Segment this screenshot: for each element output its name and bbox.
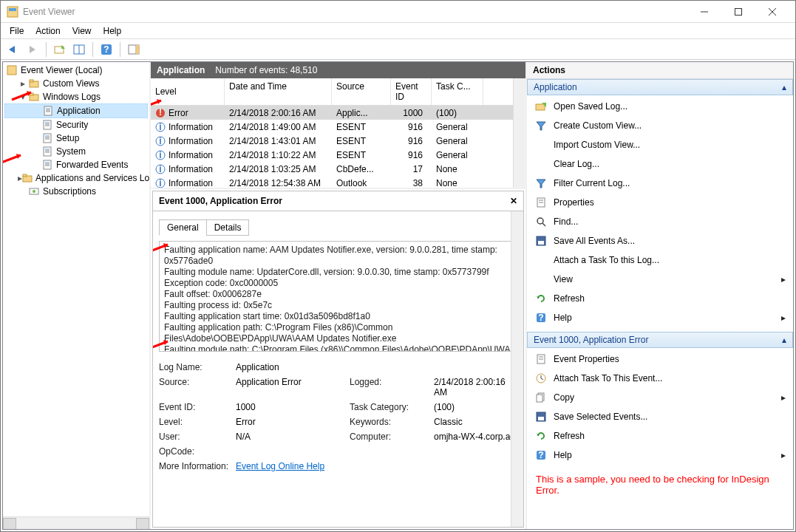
action-item[interactable]: Attach Task To This Event...	[530, 369, 790, 388]
tree-item[interactable]: Subscriptions	[4, 185, 148, 198]
action-item[interactable]: ?Help▸	[530, 446, 790, 465]
cell-eid: 38	[391, 178, 432, 188]
tree-item-label: Forwarded Events	[56, 160, 128, 170]
vertical-scrollbar[interactable]	[513, 78, 525, 188]
toolbar-help-button[interactable]: ?	[98, 41, 115, 58]
action-item[interactable]: Save All Events As...	[530, 231, 790, 250]
tree-item[interactable]: ▸Applications and Services Logs	[4, 171, 148, 185]
grid-row[interactable]: iInformation2/14/2018 12:54:38 AMOutlook…	[151, 176, 525, 189]
tab-general[interactable]: General	[159, 219, 207, 236]
tree-body[interactable]: Event Viewer (Local) ▸Custom Views▾Windo…	[3, 62, 149, 516]
tree-item[interactable]: Security	[4, 118, 148, 132]
kv-user-v: N/A	[236, 432, 347, 442]
collapse-icon[interactable]: ▴	[782, 82, 786, 92]
toolbar-props-button[interactable]	[52, 41, 68, 58]
action-item[interactable]: Clear Log...	[530, 154, 790, 174]
save-icon	[534, 234, 548, 248]
action-item[interactable]: Import Custom View...	[530, 135, 790, 154]
window: Event Viewer File Action View Help ?	[0, 0, 796, 532]
action-item[interactable]: Attach a Task To this Log...	[530, 250, 790, 270]
action-item[interactable]: ?Help▸	[530, 308, 790, 327]
info-icon: i	[155, 164, 166, 174]
details-close-button[interactable]: ✕	[510, 196, 517, 206]
events-grid[interactable]: Level Date and Time Source Event ID Task…	[151, 78, 525, 189]
tree-root[interactable]: Event Viewer (Local)	[4, 64, 148, 77]
svg-point-45	[33, 190, 35, 193]
action-item[interactable]: Open Saved Log...	[530, 97, 790, 116]
tree-item-label: Applications and Services Logs	[35, 173, 149, 183]
kv-eid-k: Event ID:	[159, 402, 233, 412]
action-item[interactable]: Refresh	[530, 289, 790, 308]
close-button[interactable]	[755, 1, 789, 23]
back-button[interactable]	[5, 41, 21, 58]
action-label: Filter Current Log...	[554, 178, 630, 188]
action-item[interactable]: Create Custom View...	[530, 116, 790, 135]
action-item[interactable]: Filter Current Log...	[530, 174, 790, 193]
cell-level: Information	[169, 150, 213, 160]
submenu-arrow-icon: ▸	[781, 392, 786, 403]
action-item[interactable]: Copy▸	[530, 388, 790, 407]
cell-source: Outlook	[332, 178, 391, 188]
svg-rect-91	[538, 417, 544, 420]
action-item[interactable]: Event Properties	[530, 349, 790, 369]
action-section-head[interactable]: Event 1000, Application Error▴	[527, 332, 793, 348]
grid-header[interactable]: Level Date and Time Source Event ID Task…	[151, 78, 525, 106]
svg-marker-7	[30, 46, 35, 53]
kv-eid-v: 1000	[236, 402, 347, 412]
vertical-scrollbar[interactable]	[511, 211, 523, 527]
event-log-online-help-link[interactable]: Event Log Online Help	[236, 461, 517, 471]
fault-line: Faulting application name: AAM Updates N…	[164, 245, 512, 267]
grid-row[interactable]: iInformation2/14/2018 1:43:01 AMESENT916…	[151, 134, 525, 148]
props-icon	[534, 352, 548, 366]
svg-text:?: ?	[103, 44, 109, 55]
col-eid[interactable]: Event ID	[391, 78, 432, 105]
col-source[interactable]: Source	[332, 78, 391, 105]
info-icon: i	[155, 122, 166, 132]
fault-text[interactable]: Faulting application name: AAM Updates N…	[159, 241, 517, 352]
menu-view[interactable]: View	[67, 24, 98, 38]
tree-item[interactable]: ▾Windows Logs	[4, 90, 148, 103]
action-item[interactable]: Properties	[530, 193, 790, 212]
action-item[interactable]: Find...	[530, 212, 790, 231]
horizontal-scrollbar[interactable]	[3, 516, 149, 529]
grid-row[interactable]: iInformation2/14/2018 1:10:22 AMESENT916…	[151, 148, 525, 162]
twisty-icon[interactable]: ▾	[18, 92, 28, 102]
grid-row[interactable]: iInformation2/14/2018 1:03:25 AMCbDefe..…	[151, 162, 525, 176]
twisty-icon[interactable]: ▸	[18, 78, 28, 89]
tab-details[interactable]: Details	[206, 219, 250, 236]
svg-rect-22	[44, 106, 52, 115]
tree-item[interactable]: Forwarded Events	[4, 158, 148, 171]
action-item[interactable]: Save Selected Events...	[530, 407, 790, 426]
toolbar-panel-button[interactable]	[126, 41, 142, 58]
collapse-icon[interactable]: ▴	[782, 335, 786, 345]
grid-row[interactable]: iInformation2/14/2018 1:49:00 AMESENT916…	[151, 120, 525, 134]
cell-date: 2/14/2018 1:10:22 AM	[225, 150, 332, 160]
action-section-head[interactable]: Application▴	[527, 79, 793, 95]
grid-body[interactable]: !Error2/14/2018 2:00:16 AMApplic...1000(…	[151, 106, 525, 189]
col-task[interactable]: Task C...	[432, 78, 483, 105]
svg-rect-89	[537, 395, 542, 402]
menu-help[interactable]: Help	[98, 24, 128, 38]
forward-button[interactable]	[24, 41, 41, 58]
submenu-arrow-icon: ▸	[781, 313, 786, 323]
menu-file[interactable]: File	[4, 24, 30, 38]
col-date[interactable]: Date and Time	[225, 78, 332, 105]
minimize-button[interactable]	[687, 1, 721, 23]
action-label: Copy	[554, 392, 574, 403]
sub-icon	[28, 185, 40, 197]
fault-line: Faulting application path: C:\Program Fi…	[164, 322, 512, 344]
toolbar-view-button[interactable]	[71, 41, 87, 58]
action-item[interactable]: Refresh	[530, 426, 790, 446]
maximize-button[interactable]	[721, 1, 755, 23]
tree-item[interactable]: System	[4, 145, 148, 158]
tree-pane: Event Viewer (Local) ▸Custom Views▾Windo…	[3, 62, 151, 529]
grid-row[interactable]: !Error2/14/2018 2:00:16 AMApplic...1000(…	[151, 106, 525, 120]
fault-line: Faulting process id: 0x5e7c	[164, 300, 512, 311]
refresh-icon	[534, 429, 548, 443]
tree-item[interactable]: Setup	[4, 132, 148, 145]
tree-item[interactable]: ▸Custom Views	[4, 77, 148, 90]
col-level[interactable]: Level	[151, 78, 225, 105]
menu-action[interactable]: Action	[30, 24, 66, 38]
tree-item[interactable]: Application	[4, 103, 148, 118]
action-item[interactable]: View▸	[530, 270, 790, 289]
